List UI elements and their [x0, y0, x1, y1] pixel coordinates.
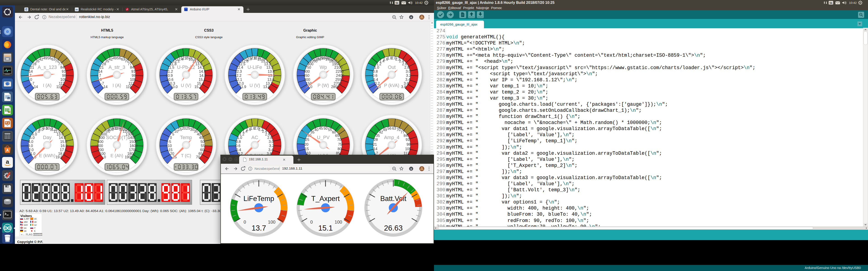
svg-text:14: 14 [98, 70, 102, 73]
svg-text:42: 42 [379, 130, 383, 134]
svg-text:12.0: 12.0 [237, 81, 244, 86]
svg-text:98: 98 [132, 74, 136, 77]
svg-text:100: 100 [268, 219, 275, 225]
svg-text:7: 7 [34, 227, 35, 229]
svg-text:119: 119 [56, 85, 62, 89]
svg-text:56: 56 [388, 127, 392, 130]
svg-text:U (V): U (V) [181, 83, 191, 88]
svg-text:105: 105 [405, 147, 411, 151]
svg-text:10.3: 10.3 [168, 81, 175, 86]
svg-text:-10: -10 [166, 144, 172, 148]
svg-text:12.3: 12.3 [235, 70, 242, 73]
svg-text:U_PV: U_PV [317, 135, 330, 140]
svg-text:10.6: 10.6 [166, 78, 174, 81]
svg-text:21: 21 [30, 66, 34, 69]
svg-text:75: 75 [338, 142, 342, 146]
svg-text:I (A): I (A) [113, 83, 121, 88]
svg-text:750: 750 [305, 66, 311, 69]
svg-text:98: 98 [407, 142, 411, 146]
svg-text:14.8: 14.8 [199, 74, 206, 77]
svg-text:1.0: 1.0 [374, 66, 379, 69]
svg-text:7: 7 [99, 74, 101, 77]
svg-text:a: a [6, 158, 9, 165]
svg-text:15.7: 15.7 [194, 85, 202, 89]
svg-text:45: 45 [199, 136, 203, 140]
svg-text:10:42: 10:42 [849, 1, 857, 4]
svg-text:35: 35 [311, 130, 315, 134]
svg-text:0: 0 [104, 155, 106, 159]
svg-text:56: 56 [117, 56, 121, 60]
svg-text:21: 21 [373, 142, 377, 146]
svg-text:70: 70 [196, 155, 200, 159]
svg-text:70: 70 [397, 128, 401, 132]
svg-text:28: 28 [374, 138, 378, 142]
svg-text:13.6: 13.6 [268, 78, 274, 81]
svg-text:2100: 2100 [334, 66, 342, 69]
svg-text:15.1: 15.1 [199, 78, 206, 81]
svg-text:13.3: 13.3 [266, 66, 273, 69]
svg-text:2.8: 2.8 [404, 66, 409, 69]
svg-text:49: 49 [383, 128, 387, 132]
svg-text:0.4: 0.4 [373, 78, 378, 81]
svg-text:2550: 2550 [336, 78, 344, 81]
svg-text:50: 50 [200, 140, 205, 144]
svg-text:Sk: Sk [395, 2, 399, 4]
svg-text:0.4: 0.4 [236, 148, 241, 152]
svg-text:0.2: 0.2 [375, 81, 380, 86]
svg-text:Temp: Temp [180, 135, 192, 140]
svg-text:15.0: 15.0 [60, 140, 67, 144]
svg-text:65: 65 [335, 134, 339, 138]
svg-text:1900: 1900 [125, 155, 133, 159]
svg-text:56: 56 [47, 56, 51, 60]
svg-text:E (kWh): E (kWh) [39, 153, 55, 158]
svg-text:3.4: 3.4 [268, 148, 273, 152]
svg-text:A_s_123: A_s_123 [38, 65, 57, 70]
svg-text:10.0: 10.0 [170, 85, 178, 89]
svg-text:15.1: 15.1 [318, 224, 333, 232]
svg-text:14.2: 14.2 [197, 66, 205, 69]
svg-text:-5: -5 [168, 140, 171, 144]
svg-text:3.2: 3.2 [406, 74, 411, 77]
svg-text:T_Axpert: T_Axpert [311, 195, 340, 203]
svg-text:70: 70 [337, 138, 341, 142]
svg-text:12.1: 12.1 [235, 78, 242, 81]
svg-text:35: 35 [35, 59, 39, 63]
svg-text:42: 42 [109, 57, 113, 61]
svg-text:1500: 1500 [129, 140, 137, 144]
svg-text:17.0: 17.0 [60, 148, 67, 152]
svg-text:2850: 2850 [331, 85, 339, 89]
svg-text:AC: AC [251, 135, 258, 140]
svg-text:Out: Out [388, 65, 396, 70]
svg-text:0: 0 [243, 219, 246, 225]
svg-text:Sk: Sk [829, 2, 833, 4]
svg-text:14.0: 14.0 [59, 136, 66, 140]
svg-text:13.7: 13.7 [252, 224, 266, 232]
svg-text:10:42: 10:42 [415, 1, 423, 4]
svg-text:98: 98 [62, 74, 66, 77]
svg-text:0: 0 [310, 219, 313, 225]
svg-text:63: 63 [392, 127, 396, 130]
svg-text:25: 25 [186, 127, 190, 130]
svg-text:U-LiFe: U-LiFe [248, 65, 262, 70]
svg-text:49: 49 [43, 56, 47, 60]
svg-text:2.0: 2.0 [29, 148, 33, 152]
svg-text:20: 20 [182, 127, 186, 130]
svg-text:19.0: 19.0 [56, 155, 63, 159]
svg-text:-14: -14 [102, 85, 107, 89]
svg-text:100: 100 [99, 152, 105, 156]
svg-text:284: 284 [24, 221, 28, 223]
svg-text:105: 105 [130, 78, 136, 81]
svg-text:0: 0 [310, 85, 312, 89]
svg-text:-14: -14 [33, 85, 38, 89]
svg-text:16: 16 [24, 230, 26, 232]
svg-text:14.5: 14.5 [199, 70, 206, 73]
svg-text:300: 300 [97, 144, 103, 148]
svg-text:12: 12 [34, 224, 37, 226]
svg-text:A: A [6, 148, 9, 152]
svg-text:16: 16 [34, 217, 37, 220]
svg-text:1400: 1400 [128, 136, 136, 140]
svg-text:-7: -7 [101, 81, 104, 86]
svg-text:84: 84 [60, 66, 64, 69]
svg-text:20: 20 [305, 142, 309, 146]
svg-text:3.0: 3.0 [406, 70, 411, 73]
